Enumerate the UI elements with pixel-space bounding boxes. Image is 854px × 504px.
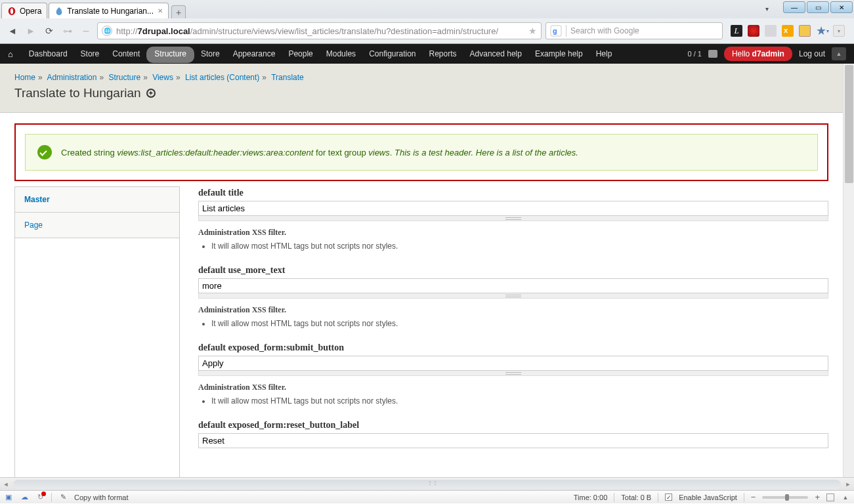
close-tab-icon[interactable]: ✕	[158, 7, 163, 14]
status-em3: This is a test header. Here is a list of…	[395, 148, 578, 158]
hello-badge[interactable]: Hello d7admin	[724, 47, 792, 61]
menu-people[interactable]: People	[282, 45, 319, 63]
crumb-admin[interactable]: Administration	[47, 73, 96, 82]
horizontal-scrollbar[interactable]: ◄ ⋮⋮ ►	[0, 477, 854, 490]
success-icon	[37, 145, 52, 159]
stop-button[interactable]: –	[79, 24, 93, 38]
back-button[interactable]: ◄	[5, 24, 20, 38]
xss-filter-label: Administration XSS filter.	[198, 383, 828, 392]
zoom-out-icon[interactable]: −	[751, 492, 756, 502]
google-icon: g	[550, 25, 562, 37]
menu-advanced-help[interactable]: Advanced help	[463, 45, 528, 63]
breadcrumb-area: Home» Administration» Structure» Views» …	[0, 64, 843, 113]
status-highlight: Created string views:list_articles:defau…	[14, 123, 828, 181]
tab-page[interactable]: Page	[15, 213, 179, 238]
vertical-scrollbar[interactable]	[843, 64, 854, 477]
menu-store2[interactable]: Store	[194, 45, 226, 63]
home-icon[interactable]: ⌂	[8, 49, 13, 59]
search-field[interactable]: g Search with Google	[545, 22, 723, 39]
help-icon[interactable]: ✦	[146, 89, 156, 98]
submit-button-input[interactable]	[198, 356, 828, 371]
crumb-list-articles[interactable]: List articles (Content)	[185, 73, 259, 82]
js-checkbox[interactable]: ✓	[665, 494, 672, 501]
vertical-scrollbar-thumb[interactable]	[845, 65, 853, 183]
zoom-slider[interactable]	[762, 496, 808, 499]
field-label: default title	[198, 188, 828, 198]
crumb-home[interactable]: Home	[14, 73, 35, 82]
crumb-structure[interactable]: Structure	[108, 73, 140, 82]
xss-filter-list: It will allow most HTML tags but not scr…	[211, 396, 828, 406]
fit-icon[interactable]	[826, 494, 834, 501]
new-tab-button[interactable]: +	[171, 5, 186, 18]
hscroll-left-icon[interactable]: ◄	[0, 478, 12, 490]
bookmark-menu-icon[interactable]: ★▾	[816, 25, 828, 37]
ext-icon-2[interactable]	[748, 25, 759, 37]
title-input[interactable]	[198, 201, 828, 216]
xss-filter-list: It will allow most HTML tags but not scr…	[211, 319, 828, 328]
extension-icons: L x ★▾ ▾	[727, 25, 849, 37]
ext-icon-3[interactable]	[765, 25, 777, 37]
close-window-button[interactable]: ✕	[830, 1, 853, 13]
copy-with-format[interactable]: Copy with format	[74, 494, 129, 501]
crumb-views[interactable]: Views	[152, 73, 173, 82]
total-label: Total: 0 B	[621, 494, 651, 501]
menu-content[interactable]: Content	[106, 45, 146, 63]
bookmark-star-icon[interactable]: ★	[528, 26, 537, 36]
minimize-button[interactable]: —	[783, 1, 805, 13]
menu-help[interactable]: Help	[589, 45, 619, 63]
tab-menu-chevron-icon[interactable]: ▾	[761, 4, 772, 13]
tab-master[interactable]: Master	[15, 187, 179, 213]
ext-menu-icon[interactable]: ▾	[833, 25, 845, 37]
more-text-input[interactable]	[198, 278, 828, 293]
expand-icon[interactable]: ▲	[841, 493, 850, 502]
wand-button[interactable]: ⊶	[60, 24, 75, 38]
hscroll-mark: ⋮⋮	[427, 480, 438, 486]
reload-button[interactable]: ⟳	[42, 24, 56, 38]
url-field[interactable]: 🌐 http://7drupal.local/admin/structure/v…	[97, 22, 542, 39]
edit-icon[interactable]: ✎	[58, 493, 68, 502]
menu-appearance[interactable]: Appearance	[226, 45, 282, 63]
ext-icon-1[interactable]: L	[731, 25, 742, 37]
status-message: Created string views:list_articles:defau…	[25, 134, 818, 171]
cloud-icon[interactable]: ☁	[20, 493, 29, 502]
ext-icon-5[interactable]	[799, 25, 811, 37]
crumb-translate[interactable]: Translate	[271, 73, 304, 82]
enable-js-label[interactable]: Enable JavaScript	[679, 494, 737, 501]
resizer-handle[interactable]	[198, 371, 828, 376]
resizer-handle[interactable]	[198, 216, 828, 221]
menu-modules[interactable]: Modules	[320, 45, 362, 63]
url-domain: 7drupal.local	[138, 26, 190, 36]
menu-store[interactable]: Store	[74, 45, 106, 63]
resizer-handle[interactable]	[198, 293, 828, 299]
menu-structure[interactable]: Structure	[146, 47, 194, 63]
opera-tab[interactable]: Opera	[1, 3, 47, 18]
hscroll-right-icon[interactable]: ►	[842, 478, 854, 490]
ext-icon-4[interactable]: x	[782, 25, 794, 37]
menu-reports[interactable]: Reports	[423, 45, 463, 63]
zoom-in-icon[interactable]: +	[815, 492, 820, 502]
user-count: 0 / 1	[688, 50, 702, 58]
tab-empty	[15, 238, 179, 477]
toggle-toolbar-icon[interactable]: ▲	[832, 47, 846, 60]
drupal-favicon-icon	[54, 7, 64, 16]
opera-icon	[7, 7, 16, 16]
forward-button[interactable]: ►	[24, 24, 38, 38]
logout-link[interactable]: Log out	[799, 49, 825, 58]
xss-filter-label: Administration XSS filter.	[198, 305, 828, 315]
field-use-more-text: default use_more_text Administration XSS…	[198, 265, 828, 328]
menu-configuration[interactable]: Configuration	[362, 45, 422, 63]
maximize-button[interactable]: ▭	[807, 1, 829, 13]
page-tab[interactable]: Translate to Hungarian... ✕	[49, 3, 169, 18]
viewport: Home» Administration» Structure» Views» …	[0, 64, 854, 477]
sync-icon[interactable]: ↻	[35, 493, 45, 502]
menu-dashboard[interactable]: Dashboard	[22, 45, 74, 63]
panel-icon[interactable]: ▣	[4, 493, 13, 502]
xss-filter-item: It will allow most HTML tags but not scr…	[211, 242, 828, 251]
menu-example-help[interactable]: Example help	[528, 45, 589, 63]
svg-point-1	[11, 8, 13, 14]
search-placeholder: Search with Google	[570, 26, 639, 35]
reset-button-input[interactable]	[198, 433, 828, 448]
hello-prefix: Hello	[732, 49, 752, 58]
time-label: Time: 0:00	[574, 494, 608, 501]
hscroll-track[interactable]: ⋮⋮	[13, 480, 841, 489]
